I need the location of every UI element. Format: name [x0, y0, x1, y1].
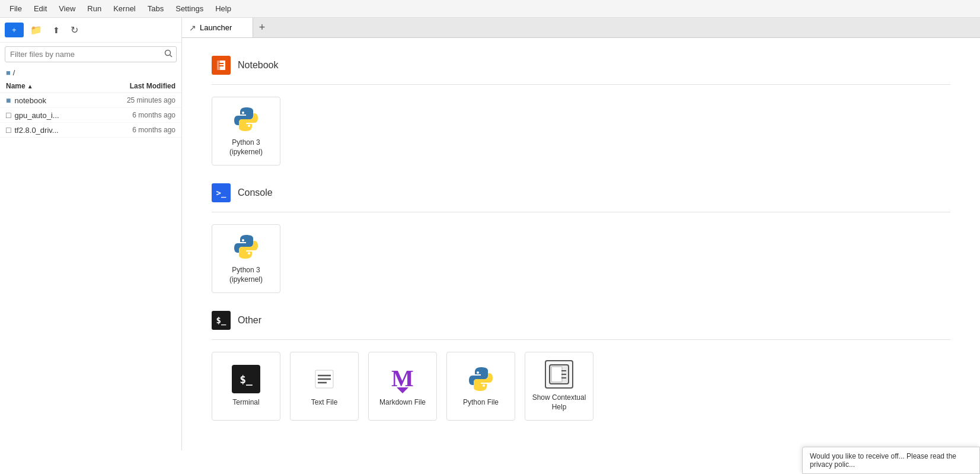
file-modified: 6 months ago — [98, 126, 175, 134]
other-divider — [212, 339, 950, 340]
launcher-content: Notebook Python 3(ipykernel) >_ — [182, 38, 980, 474]
menu-help[interactable]: Help — [210, 3, 236, 14]
notebook-section-title: Notebook — [238, 60, 279, 71]
menu-settings[interactable]: Settings — [171, 3, 208, 14]
notebook-section-icon — [212, 56, 231, 75]
tab-bar: ↗ Launcher + — [182, 18, 980, 38]
console-section-icon: >_ — [212, 183, 231, 202]
console-divider — [212, 212, 950, 212]
folder-icon: ■ — [6, 96, 11, 105]
other-cards: $_ Terminal Text File — [212, 352, 950, 421]
path-text: / — [13, 68, 15, 77]
notebook-cards: Python 3(ipykernel) — [212, 97, 950, 166]
tab-launcher[interactable]: ↗ Launcher — [182, 18, 253, 37]
search-icon — [161, 47, 176, 62]
contextual-help-card[interactable]: Show Contextual Help — [525, 352, 593, 421]
textfile-label: Text File — [311, 398, 338, 408]
column-name[interactable]: Name ▲ — [6, 82, 98, 90]
console-cards: Python 3(ipykernel) — [212, 224, 950, 293]
file-name: notebook — [14, 96, 98, 105]
column-modified[interactable]: Last Modified — [98, 82, 175, 90]
textfile-icon — [310, 365, 339, 393]
svg-point-7 — [248, 125, 250, 127]
file-list-header: Name ▲ Last Modified — [0, 79, 181, 93]
new-folder-button[interactable]: 📁 — [26, 21, 46, 39]
sidebar: + + 📁 ⬆ ↻ ■ / — [0, 18, 182, 450]
file-icon: □ — [6, 125, 11, 135]
main-area: ↗ Launcher + Notebook — [182, 18, 980, 474]
svg-point-16 — [477, 371, 479, 374]
contextual-help-label: Show Contextual Help — [531, 393, 587, 412]
file-modified: 6 months ago — [98, 111, 175, 119]
svg-point-0 — [165, 50, 171, 56]
python3-console-card[interactable]: Python 3(ipykernel) — [212, 224, 280, 293]
search-bar — [5, 46, 177, 62]
notebook-section-header: Notebook — [212, 56, 950, 75]
path-bar: ■ / — [0, 66, 181, 79]
folder-icon: 📁 — [30, 25, 42, 35]
menu-edit[interactable]: Edit — [29, 3, 52, 14]
terminal-icon: $_ — [232, 365, 260, 393]
file-modified: 25 minutes ago — [98, 96, 175, 104]
markdown-icon: M — [388, 365, 417, 393]
console-section-header: >_ Console — [212, 183, 950, 202]
terminal-label: Terminal — [232, 398, 259, 408]
notebook-divider — [212, 84, 950, 85]
svg-line-1 — [170, 55, 173, 58]
svg-point-6 — [242, 112, 244, 114]
menubar: File Edit View Run Kernel Tabs Settings … — [0, 0, 980, 18]
search-input[interactable] — [5, 47, 161, 61]
menu-tabs[interactable]: Tabs — [143, 3, 168, 14]
menu-kernel[interactable]: Kernel — [108, 3, 141, 14]
other-section-header: $_ Other — [212, 311, 950, 330]
plus-icon: + — [12, 26, 17, 34]
other-section-title: Other — [238, 315, 261, 326]
sidebar-toolbar: + + 📁 ⬆ ↻ — [0, 18, 181, 43]
svg-point-9 — [248, 252, 250, 255]
contextual-help-icon — [545, 360, 573, 389]
plus-icon: + — [259, 21, 266, 34]
textfile-card[interactable]: Text File — [290, 352, 359, 421]
console-section-title: Console — [238, 187, 273, 198]
svg-point-17 — [483, 384, 485, 387]
menu-file[interactable]: File — [5, 3, 27, 14]
file-list: ■ notebook 25 minutes ago □ gpu_auto_i..… — [0, 93, 181, 450]
new-tab-button[interactable]: + — [253, 18, 271, 37]
new-launcher-button[interactable]: + + — [5, 23, 24, 37]
upload-button[interactable]: ⬆ — [49, 22, 64, 39]
python3-notebook-card[interactable]: Python 3(ipykernel) — [212, 97, 280, 166]
python3-notebook-label: Python 3(ipykernel) — [229, 138, 263, 157]
file-item-gpu[interactable]: □ gpu_auto_i... 6 months ago — [0, 108, 181, 123]
terminal-card[interactable]: $_ Terminal — [212, 352, 280, 421]
markdownfile-card[interactable]: M Markdown File — [368, 352, 437, 421]
file-name: gpu_auto_i... — [14, 111, 98, 120]
notification-bar: Would you like to receive off... Please … — [802, 447, 980, 474]
refresh-icon: ↻ — [71, 25, 78, 35]
file-name: tf2.8.0_driv... — [14, 126, 98, 135]
folder-icon: ■ — [6, 68, 11, 77]
svg-rect-19 — [551, 367, 562, 382]
svg-rect-5 — [219, 65, 224, 66]
tab-label: Launcher — [200, 23, 232, 32]
python3-console-label: Python 3(ipykernel) — [229, 266, 263, 284]
refresh-button[interactable]: ↻ — [66, 21, 82, 39]
svg-rect-4 — [219, 63, 224, 64]
file-item-notebook[interactable]: ■ notebook 25 minutes ago — [0, 93, 181, 108]
notification-text: Would you like to receive off... Please … — [810, 452, 956, 469]
pythonfile-card[interactable]: Python File — [446, 352, 515, 421]
file-item-tf[interactable]: □ tf2.8.0_driv... 6 months ago — [0, 123, 181, 138]
pythonfile-label: Python File — [463, 398, 499, 408]
markdownfile-label: Markdown File — [379, 398, 426, 408]
upload-icon: ⬆ — [53, 26, 60, 35]
other-section-icon: $_ — [212, 311, 231, 330]
menu-view[interactable]: View — [54, 3, 80, 14]
sort-icon: ▲ — [27, 83, 33, 90]
svg-point-8 — [242, 239, 244, 241]
menu-run[interactable]: Run — [82, 3, 106, 14]
launcher-tab-icon: ↗ — [189, 23, 196, 33]
file-icon: □ — [6, 110, 11, 120]
